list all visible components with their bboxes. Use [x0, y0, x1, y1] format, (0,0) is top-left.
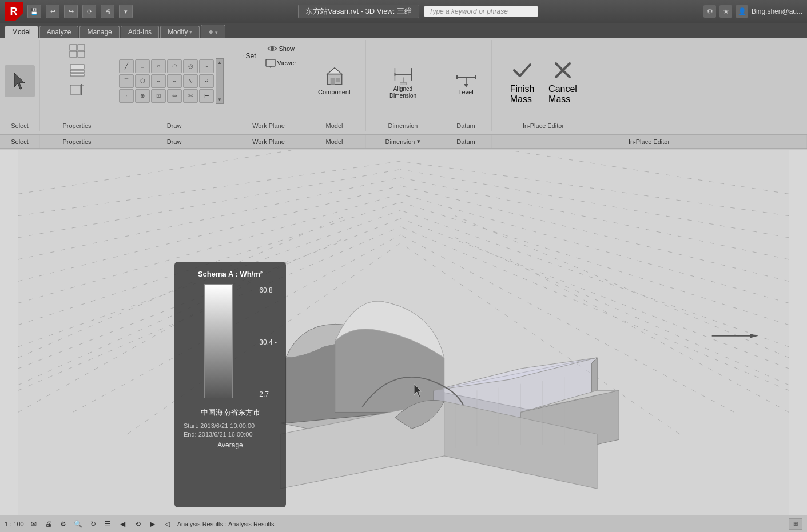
legend-end: End: 2013/6/21 16:00:00	[184, 431, 277, 438]
properties-item-2[interactable]	[67, 62, 88, 79]
section-model: Component Model	[303, 40, 366, 131]
workplane-viewer-btn[interactable]: Viewer	[263, 57, 298, 69]
draw-circle[interactable]: ○	[151, 59, 166, 73]
scale-label: 1 : 100	[5, 521, 24, 527]
draw-mirror[interactable]: ⇔	[167, 89, 182, 103]
svg-rect-5	[70, 65, 84, 69]
draw-spline[interactable]: ～	[199, 59, 214, 73]
aligned-label: AlignedDimension	[389, 86, 416, 99]
workplane-show-btn[interactable]: Show	[263, 42, 298, 55]
quick-access-print[interactable]: 🖨	[101, 5, 114, 18]
label-editor: In-Place Editor	[492, 135, 807, 148]
section-select-label: Select	[2, 121, 37, 130]
select-tool[interactable]	[5, 65, 35, 97]
draw-row-1: ╱ □ ○ ◠ ◎ ～	[119, 59, 214, 73]
label-dimension: Dimension ▾	[366, 135, 440, 148]
tab-manage[interactable]: Manage	[79, 26, 119, 38]
cancel-mass-btn[interactable]: CancelMass	[544, 55, 582, 107]
label-datum: Datum	[440, 135, 492, 148]
draw-arc[interactable]: ◠	[167, 59, 182, 73]
app-logo: R	[5, 2, 23, 21]
status-right: ⊞	[789, 518, 802, 530]
ribbon: Select	[0, 38, 807, 135]
svg-rect-7	[70, 74, 84, 76]
svg-marker-33	[464, 84, 468, 87]
tab-analyze[interactable]: Analyze	[39, 26, 79, 38]
email-icon[interactable]: ✉	[29, 519, 39, 529]
workplane-set-btn[interactable]: Set	[239, 43, 260, 69]
svg-rect-28	[400, 82, 406, 85]
draw-nurb[interactable]: ∿	[183, 74, 198, 88]
search-status-icon[interactable]: 🔍	[73, 519, 84, 529]
ribbon-labels: Select Properties Draw Work Plane Model …	[0, 135, 807, 149]
aligned-dimension-btn[interactable]: AlignedDimension	[386, 61, 420, 102]
quick-access-sync[interactable]: ⟳	[82, 5, 96, 18]
finish-mass-btn[interactable]: FinishMass	[505, 55, 539, 107]
quick-access-extra[interactable]: ▾	[119, 5, 133, 18]
section-model-label: Model	[305, 121, 363, 130]
properties-item-1[interactable]	[67, 42, 88, 59]
svg-rect-1	[70, 45, 77, 50]
pointer-icon[interactable]: ☰	[103, 519, 113, 529]
component-btn[interactable]: Component	[315, 63, 354, 98]
svg-rect-11	[243, 55, 243, 56]
show-label: Show	[279, 45, 295, 52]
tab-extra[interactable]: ● ▾	[201, 25, 225, 38]
status-bar: 1 : 100 ✉ 🖨 ⚙ 🔍 ↻ ☰ ◀ ⟲ ▶ ◁ Analysis Res…	[0, 515, 807, 532]
section-editor-label: In-Place Editor	[494, 121, 593, 130]
section-workplane: Set Show	[234, 40, 303, 131]
svg-rect-8	[70, 85, 81, 94]
search-input[interactable]: Type a keyword or phrase	[424, 6, 538, 17]
draw-poly[interactable]: ⬡	[135, 74, 150, 88]
tab-addins[interactable]: Add-Ins	[121, 26, 159, 38]
dimension-dropdown-icon[interactable]: ▾	[417, 138, 420, 145]
section-editor: FinishMass CancelMass In-Place Editor	[492, 40, 595, 131]
component-label: Component	[318, 89, 351, 96]
star-icon[interactable]: ★	[719, 5, 732, 18]
svg-rect-2	[70, 51, 77, 57]
section-select: Select	[0, 40, 40, 131]
draw-ellipse[interactable]: ◎	[183, 59, 198, 73]
draw-row-2: ⌒ ⬡ ⌣ ⌢ ∿ ⤾	[119, 74, 214, 88]
draw-line[interactable]: ╱	[119, 59, 134, 73]
draw-arc2[interactable]: ⌣	[151, 74, 166, 88]
svg-rect-21	[335, 78, 339, 82]
view-cube-btn[interactable]: ⊞	[789, 518, 802, 530]
user-name: Bing.shen@au...	[752, 7, 802, 15]
draw-rect[interactable]: □	[135, 59, 150, 73]
draw-fillet[interactable]: ⌒	[119, 74, 134, 88]
draw-extend[interactable]: ⊢	[199, 89, 214, 103]
legend-max: 60.8	[259, 286, 277, 294]
label-select: Select	[0, 135, 40, 148]
nav-back[interactable]: ◀	[118, 519, 128, 529]
draw-ref[interactable]: ⊕	[135, 89, 150, 103]
refresh-icon[interactable]: ↻	[88, 519, 98, 529]
draw-arc3[interactable]: ⌢	[167, 74, 182, 88]
properties-item-3[interactable]	[67, 81, 88, 98]
settings-icon[interactable]: ⚙	[58, 519, 69, 529]
nav-extra[interactable]: ◁	[162, 519, 173, 529]
svg-rect-15	[266, 59, 275, 66]
draw-free[interactable]: ⤾	[199, 74, 214, 88]
set-label: Set	[246, 52, 256, 60]
tab-modify[interactable]: Modify ▾	[160, 26, 200, 38]
draw-point[interactable]: ·	[119, 89, 134, 103]
viewer-label: Viewer	[277, 59, 296, 66]
quick-access-save[interactable]: 💾	[27, 5, 41, 18]
nav-fwd[interactable]: ▶	[148, 519, 158, 529]
tab-model[interactable]: Model	[5, 26, 38, 38]
nav-rotate[interactable]: ⟲	[133, 519, 143, 529]
title-right: ⚙ ★ 👤 Bing.shen@au...	[703, 5, 802, 18]
section-properties-label: Properties	[42, 121, 112, 130]
level-btn[interactable]: Level	[451, 63, 481, 98]
draw-offset[interactable]: ⊡	[151, 89, 166, 103]
draw-trim[interactable]: ✄	[183, 89, 198, 103]
user-icon[interactable]: 👤	[736, 5, 748, 18]
draw-scroll[interactable]: ▲ ▼	[216, 58, 224, 104]
print-icon[interactable]: 🖨	[43, 519, 54, 529]
quick-access-undo[interactable]: ↩	[46, 5, 59, 18]
quick-access-redo[interactable]: ↪	[64, 5, 78, 18]
label-workplane: Work Plane	[234, 135, 303, 148]
help-icon[interactable]: ⚙	[703, 5, 716, 18]
legend-mid: 30.4 -	[259, 338, 277, 346]
